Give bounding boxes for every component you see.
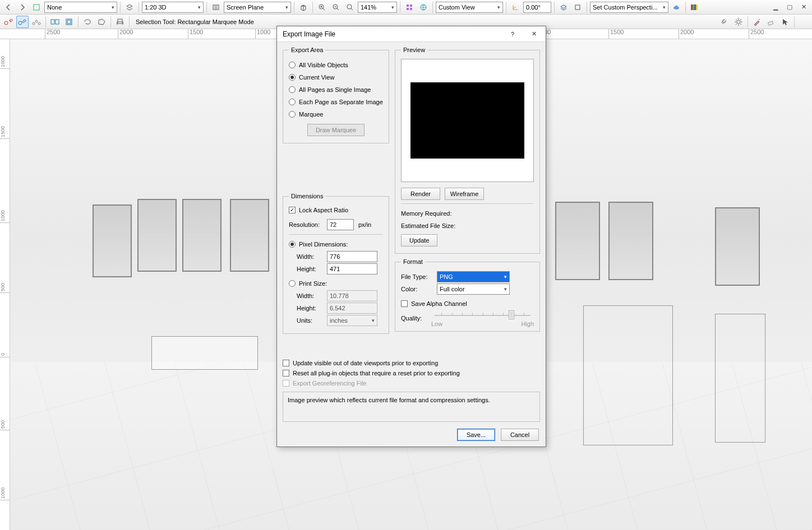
zoom-out-icon[interactable] (330, 1, 342, 13)
ruler-vertical: 1000 1500 1000 500 0 500 1000 (0, 39, 10, 530)
layer-combo[interactable]: None (44, 2, 117, 13)
polygon-lasso-icon[interactable] (95, 16, 108, 28)
update-viewports-check[interactable]: Update visible out of date viewports pri… (283, 358, 540, 368)
opt-label: Marquee (299, 111, 323, 118)
ruler-tick: 2000 (118, 29, 133, 39)
radio-icon (289, 241, 296, 248)
win-min-icon[interactable]: ▁ (769, 1, 782, 13)
select-link-off-icon[interactable] (2, 16, 15, 28)
svg-rect-13 (691, 4, 693, 10)
px-height-input[interactable] (327, 263, 377, 275)
resolution-label: Resolution: (289, 221, 322, 228)
opt-label: Each Page as Separate Image (299, 99, 383, 105)
ruler-tick: 500 (0, 283, 10, 293)
update-button[interactable]: Update (401, 234, 437, 247)
nav-back-icon[interactable] (2, 1, 15, 13)
opt-current-view[interactable]: Current View (289, 71, 383, 83)
spanner-icon[interactable] (718, 16, 731, 28)
check-label: Save Alpha Channel (411, 300, 467, 307)
preview-group: Preview Render Wireframe Memory Required… (395, 47, 540, 254)
radio-icon (289, 74, 296, 81)
stack-icon[interactable] (123, 1, 136, 13)
opt-all-visible[interactable]: All Visible Objects (289, 59, 383, 71)
teapot-icon[interactable] (670, 1, 682, 13)
quality-label: Quality: (401, 315, 427, 322)
toolbar-primary: None 1:20 3D Screen Plane 141% Custom Vi… (0, 0, 812, 15)
draw-marquee-button: Draw Marquee (307, 124, 365, 136)
persp-stack-icon[interactable] (557, 1, 570, 13)
persp-cube-icon[interactable] (571, 1, 584, 13)
filetype-select[interactable]: PNG (437, 271, 510, 282)
zoom-combo[interactable]: 141% (358, 2, 397, 13)
select-arrow-icon[interactable] (779, 16, 791, 28)
zoom-fit-icon[interactable] (344, 1, 356, 13)
resolution-input[interactable] (327, 219, 354, 230)
brush-icon[interactable] (751, 16, 763, 28)
chair-icon[interactable] (114, 16, 126, 28)
radio-icon (289, 111, 296, 118)
svg-rect-15 (694, 4, 696, 10)
nav-fwd-icon[interactable] (16, 1, 29, 13)
svg-point-20 (24, 20, 26, 22)
dialog-help-button[interactable]: ? (502, 27, 523, 41)
folder-icon[interactable] (797, 16, 810, 28)
fit-page-icon[interactable] (30, 1, 43, 13)
mem-req-label: Memory Required: (401, 210, 451, 217)
wireframe-button[interactable]: Wireframe (445, 188, 484, 200)
opt-label: Print Size: (299, 280, 327, 287)
svg-point-4 (347, 4, 352, 9)
dialog-close-button[interactable]: ✕ (523, 27, 545, 41)
svg-rect-5 (407, 4, 409, 7)
px-width-input[interactable] (327, 251, 377, 262)
gear-icon[interactable] (732, 16, 745, 28)
svg-rect-14 (693, 4, 694, 10)
bounding-box-icon[interactable] (63, 16, 75, 28)
cube-icon[interactable] (297, 1, 310, 13)
zoom-in-icon[interactable] (316, 1, 328, 13)
render-button[interactable]: Render (401, 188, 440, 200)
units-label: Units: (289, 317, 322, 324)
reset-plugins-check[interactable]: Reset all plug-in objects that require a… (283, 368, 540, 378)
palette-icon[interactable] (689, 1, 701, 13)
opt-each-page[interactable]: Each Page as Separate Image (289, 96, 383, 108)
eraser-icon[interactable] (765, 16, 777, 28)
units-select: inches (327, 315, 377, 326)
persp-combo[interactable]: Set Custom Perspecti... (590, 2, 668, 13)
dialog-titlebar[interactable]: Export Image File ? ✕ (277, 26, 546, 42)
check-label: Reset all plug-in objects that require a… (293, 370, 460, 376)
scale-value: 1:20 3D (145, 4, 167, 11)
est-size-label: Estimated File Size: (401, 222, 455, 229)
orient-icon[interactable] (210, 1, 222, 13)
scale-combo[interactable]: 1:20 3D (142, 2, 204, 13)
win-restore-icon[interactable]: ▢ (783, 1, 796, 13)
opt-print-size[interactable]: Print Size: (289, 277, 383, 290)
checkbox-icon (283, 360, 289, 366)
preview-image (410, 82, 524, 158)
win-close-icon[interactable]: ✕ (797, 1, 810, 13)
height-label: Height: (289, 266, 322, 272)
select-multi-icon[interactable] (30, 16, 43, 28)
opt-label: All Visible Objects (299, 62, 348, 68)
views-grid-icon[interactable] (403, 1, 416, 13)
lasso-icon[interactable] (81, 16, 94, 28)
globe-wire-icon[interactable] (417, 1, 430, 13)
ruler-tick: 2500 (749, 29, 764, 39)
select-link-icon[interactable] (16, 16, 29, 28)
svg-rect-16 (696, 4, 698, 10)
plane-combo[interactable]: Screen Plane (224, 2, 291, 13)
check-label: Lock Aspect Ratio (299, 207, 348, 213)
color-select[interactable]: Full color (437, 283, 510, 295)
angle-icon[interactable] (509, 1, 522, 13)
cancel-button[interactable]: Cancel (501, 429, 539, 441)
opt-marquee[interactable]: Marquee (289, 108, 383, 120)
view-combo[interactable]: Custom View (436, 2, 503, 13)
svg-point-17 (4, 21, 8, 25)
lock-aspect-check[interactable]: Lock Aspect Ratio (289, 205, 383, 215)
angle-input[interactable] (523, 2, 551, 13)
save-alpha-check[interactable]: Save Alpha Channel (401, 299, 534, 309)
svg-point-22 (35, 20, 38, 22)
group-icon[interactable] (49, 16, 61, 28)
save-button[interactable]: Save... (457, 429, 495, 441)
opt-all-pages[interactable]: All Pages as Single Image (289, 83, 383, 96)
opt-pixel-dims[interactable]: Pixel Dimensions: (289, 238, 383, 250)
